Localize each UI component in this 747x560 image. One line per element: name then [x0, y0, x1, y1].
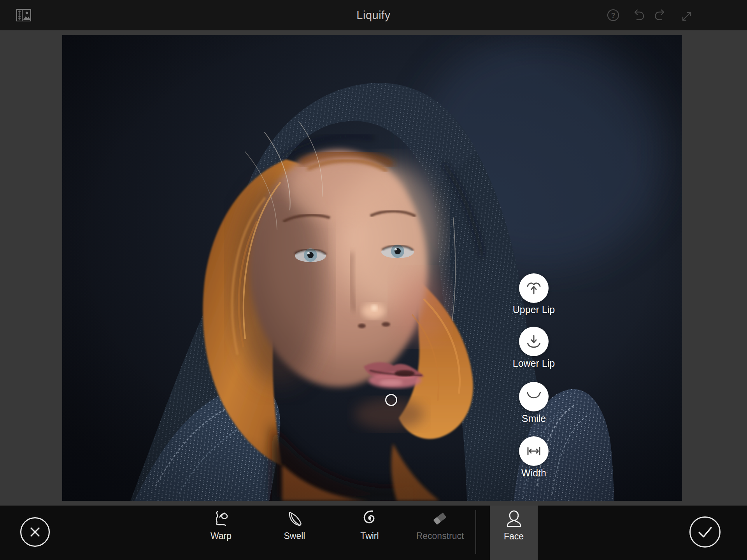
- fullscreen-icon: [679, 8, 693, 22]
- tool-swell[interactable]: Swell: [265, 509, 324, 541]
- warp-icon: [211, 509, 231, 528]
- help-icon: ?: [606, 8, 620, 22]
- top-bar-actions: ?: [606, 8, 693, 22]
- redo-icon: [654, 8, 668, 22]
- liquify-app: Liquify ?: [0, 0, 747, 560]
- tab-face-label: Face: [504, 531, 524, 542]
- smile-icon: [524, 387, 543, 406]
- face-icon: [504, 509, 524, 529]
- tool-reconstruct-label: Reconstruct: [416, 531, 464, 541]
- swell-icon: [285, 509, 304, 528]
- toolbar-divider: [475, 510, 476, 554]
- close-icon: [21, 518, 49, 546]
- bottom-toolbar: Warp Swell Twirl Reconstruct: [0, 506, 747, 560]
- lower-lip-button[interactable]: [519, 327, 549, 356]
- upper-lip-icon: [524, 279, 543, 298]
- tab-face[interactable]: Face: [490, 506, 538, 560]
- smile-button[interactable]: [519, 382, 549, 411]
- upper-lip-button[interactable]: [519, 273, 549, 303]
- eraser-icon: [430, 509, 450, 528]
- cancel-button[interactable]: [20, 517, 50, 547]
- canvas-area[interactable]: Upper Lip Lower Lip Smile Width: [0, 30, 747, 506]
- tool-warp-label: Warp: [210, 531, 231, 541]
- tool-twirl-label: Twirl: [360, 531, 379, 541]
- fullscreen-button[interactable]: [679, 8, 693, 22]
- lower-lip-icon: [524, 332, 543, 351]
- tool-swell-label: Swell: [284, 531, 305, 541]
- brush-cursor: [385, 394, 397, 406]
- twirl-icon: [360, 509, 379, 528]
- help-button[interactable]: ?: [606, 8, 620, 22]
- portrait-photo[interactable]: [62, 35, 682, 501]
- tool-reconstruct[interactable]: Reconstruct: [411, 509, 469, 541]
- top-bar: Liquify ?: [0, 0, 747, 30]
- undo-icon: [630, 8, 644, 22]
- checkmark-icon: [691, 518, 719, 546]
- tool-twirl[interactable]: Twirl: [340, 509, 399, 541]
- tool-warp[interactable]: Warp: [192, 509, 250, 541]
- confirm-button[interactable]: [689, 516, 721, 548]
- width-icon: [524, 442, 543, 460]
- undo-button[interactable]: [630, 8, 644, 22]
- svg-text:?: ?: [611, 12, 615, 19]
- width-button[interactable]: [519, 436, 549, 466]
- redo-button[interactable]: [654, 8, 668, 22]
